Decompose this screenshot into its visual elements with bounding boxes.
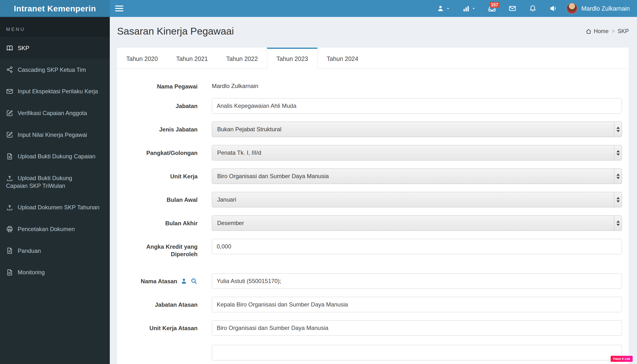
form-row-jabatan: Jabatan [125,98,622,114]
announcements-button[interactable] [543,0,563,17]
form-row-bulan-akhir: Bulan Akhir Desember [125,215,622,231]
sidebar-item-label: Input Nilai Kinerja Pegawai [18,131,87,138]
nama-atasan-input[interactable] [212,273,622,289]
stats-menu-button[interactable] [456,0,482,17]
sidebar-item-skp[interactable]: SKP [0,37,110,59]
page-title: Sasaran Kinerja Pegawaai [117,26,234,37]
tab-tahun-2020[interactable]: Tahun 2020 [117,48,167,69]
sidebar-item-monitoring[interactable]: Monitoring [0,261,110,283]
sidebar-item-cascading-skp[interactable]: Cascading SKP Ketua Tim [0,59,110,80]
form-row-nama-pegawai: Nama Pegawai Mardlo Zulkarnain [125,78,622,90]
sidebar-item-label: Upload Bukti Dukung Capaian [18,153,96,160]
form-row-jenis-jabatan: Jenis Jabatan Bukan Pejabat Struktural [125,122,622,137]
sidebar-item-panduan[interactable]: Panduan [0,240,110,262]
form-row-bulan-awal: Bulan Awal Januari [125,192,622,208]
sidebar-item-input-ekspektasi[interactable]: Input Ekspektasi Perilaku Kerja [0,80,110,102]
pangkat-golongan-label: Pangkat/Golongan [125,145,198,160]
jenis-jabatan-label: Jenis Jabatan [125,122,198,137]
edit-icon [6,110,13,117]
jenis-jabatan-selected-value: Bukan Pejabat Struktural [212,126,614,133]
caret-down-icon [446,7,450,10]
select-stepper-icon [614,145,622,160]
user-menu-button[interactable] [430,0,456,17]
caret-down-icon [472,7,475,10]
select-stepper-icon [614,192,622,207]
jabatan-label: Jabatan [125,98,198,114]
select-person-button[interactable] [180,278,187,285]
form-row-next-partial [125,345,622,360]
breadcrumb-home-link[interactable]: Home [594,28,608,34]
app-header: Intranet Kemenperin 157 [0,0,637,17]
pangkat-golongan-select[interactable]: Penata Tk. I, III/d [212,145,622,160]
skp-form: Nama Pegawai Mardlo Zulkarnain Jabatan J… [117,69,629,360]
sidebar-toggle-button[interactable] [110,0,129,17]
select-stepper-icon [614,216,622,230]
upload-icon [6,174,13,182]
user-profile-button[interactable]: Mardlo Zulkarnain [563,0,637,17]
book-icon [6,44,13,52]
mail-button[interactable] [502,0,523,17]
breadcrumb-current: SKP [618,28,629,34]
file-icon [6,247,13,254]
jenis-jabatan-select[interactable]: Bukan Pejabat Struktural [212,122,622,137]
bulan-akhir-label: Bulan Akhir [125,215,198,231]
unit-kerja-select[interactable]: Biro Organisasi dan Sumber Daya Manusia [212,168,622,184]
hamburger-icon [115,4,123,13]
tab-tahun-2021[interactable]: Tahun 2021 [167,48,217,69]
nama-atasan-label: Nama Atasan [141,278,177,285]
sidebar-item-input-nilai[interactable]: Input Nilai Kinerja Pegawai [0,124,110,146]
tab-tahun-2023[interactable]: Tahun 2023 [267,48,318,69]
brand-logo[interactable]: Intranet Kemenperin [0,0,110,17]
breadcrumb: Home > SKP [586,28,629,34]
next-field-input[interactable] [212,345,622,360]
form-row-angka-kredit: Angka Kredit yang Diperoleh [125,239,622,258]
bulan-awal-label: Bulan Awal [125,192,198,208]
sidebar-item-label: Panduan [18,247,41,254]
search-person-button[interactable] [191,278,198,285]
sidebar-item-label: Monitoring [18,269,45,276]
bulan-akhir-selected-value: Desember [212,220,614,226]
bulan-awal-select[interactable]: Januari [212,192,622,208]
select-stepper-icon [614,169,622,184]
tab-tahun-2024[interactable]: Tahun 2024 [318,48,368,69]
select-stepper-icon [614,122,622,137]
printer-icon [6,226,13,233]
megaphone-icon [549,4,557,12]
sidebar-item-label: Verifikasi Capaian Anggota [18,110,87,116]
sidebar-item-label: Upload Bukti Dukung Capaian SKP TriWulan [6,175,72,189]
envelope-icon [6,88,13,95]
unit-kerja-atasan-label: Unit Kerja Atasan [125,320,198,336]
unit-kerja-selected-value: Biro Organisasi dan Sumber Daya Manusia [212,173,614,180]
top-navbar: 157 Mardlo Zulkarnain [110,0,637,17]
sidebar-item-upload-bukti-triwulan[interactable]: Upload Bukti Dukung Capaian SKP TriWulan [0,167,110,196]
year-tabs: Tahun 2020 Tahun 2021 Tahun 2022 Tahun 2… [117,48,629,69]
jabatan-atasan-label: Jabatan Atasan [125,297,198,312]
angka-kredit-label: Angka Kredit yang Diperoleh [125,239,198,258]
inbox-button[interactable]: 157 [482,0,502,17]
sidebar-item-upload-bukti[interactable]: Upload Bukti Dukung Capaian [0,145,110,167]
angka-kredit-input[interactable] [212,239,622,254]
bar-chart-icon [462,5,470,12]
breadcrumb-separator: > [611,28,615,34]
file-icon [6,269,13,276]
bulan-awal-selected-value: Januari [212,196,614,203]
bulan-akhir-select[interactable]: Desember [212,215,622,231]
pangkat-golongan-selected-value: Penata Tk. I, III/d [212,149,614,156]
sidebar-item-pencetakan[interactable]: Pencetakan Dokumen [0,218,110,240]
notifications-button[interactable] [523,0,543,17]
sidebar-item-verifikasi-capaian[interactable]: Verifikasi Capaian Anggota [0,102,110,124]
bell-icon [529,4,537,12]
search-icon [191,278,198,285]
user-icon [437,5,444,12]
form-row-unit-kerja: Unit Kerja Biro Organisasi dan Sumber Da… [125,168,622,184]
person-icon [180,278,187,285]
sidebar-item-upload-dokumen-tahunan[interactable]: Upload Dokumen SKP Tahunan [0,196,110,218]
sidebar-item-label: Pencetakan Dokumen [18,226,75,232]
jabatan-atasan-input[interactable] [212,297,622,312]
unit-kerja-atasan-input[interactable] [212,320,622,336]
tab-tahun-2022[interactable]: Tahun 2022 [217,48,267,69]
share-icon [6,66,13,73]
mail-icon [509,4,516,12]
jabatan-input[interactable] [212,98,622,114]
avatar [567,3,577,14]
